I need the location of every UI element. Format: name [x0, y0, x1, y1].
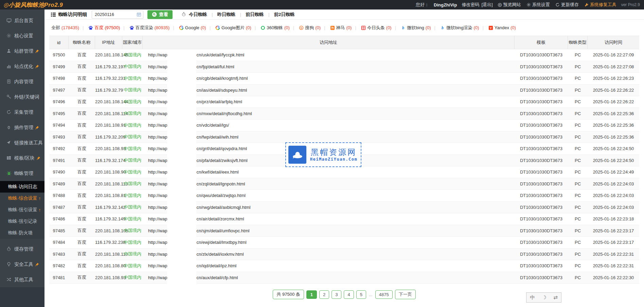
- sidebar-item-label: 安全工具: [14, 261, 33, 268]
- sidebar-item-cache[interactable]: 缓存管理: [0, 241, 44, 257]
- sidebar-item-core-settings[interactable]: 核心设置: [0, 28, 44, 43]
- filter-bing-render[interactable]: b微软bing渲染(0): [431, 25, 479, 31]
- filter-baidu-render[interactable]: 百度渲染(80935): [120, 25, 169, 31]
- table-row: 97481百度220.181.108.93中国境内http://wapcn/au…: [49, 272, 639, 284]
- sidebar-item-collect[interactable]: 采集管理: [0, 105, 44, 120]
- table-row: 97485百度220.181.108.105中国境内http://wapcn/s…: [49, 225, 639, 237]
- sidebar-item-content[interactable]: 内容管理: [0, 74, 44, 89]
- url-censor-mask: [167, 84, 196, 96]
- sidebar-subitem-force-settings[interactable]: 蜘蛛·强引设置↑: [0, 204, 44, 216]
- page-button-5[interactable]: 5: [356, 290, 366, 299]
- toolbar-tab-1[interactable]: 昨日蜘蛛: [207, 12, 236, 18]
- sidebar-item-home[interactable]: 后台首页: [0, 13, 44, 28]
- ip-address: 220.181.108.145: [95, 52, 122, 57]
- system-settings-link[interactable]: 系统设置: [526, 2, 550, 8]
- filter-sogou[interactable]: S搜狗(0): [290, 25, 321, 31]
- sidebar-item-label: 蜘蛛管理: [14, 170, 33, 177]
- page-button-3[interactable]: 3: [332, 290, 341, 299]
- date-input[interactable]: [92, 11, 143, 19]
- sidebar-subitem-firewall[interactable]: 蜘蛛·防火墙: [0, 227, 44, 239]
- url-censor-mask: [167, 248, 196, 260]
- link-label: 更新缓存: [561, 2, 579, 8]
- url-censor-mask: [167, 73, 196, 85]
- url-tail: cn/fjq/detail/ful.html: [196, 64, 234, 69]
- visit-url: http://wapcn/vdc/detail/lgs/: [143, 123, 515, 128]
- filter-yandex[interactable]: YYandex(0): [479, 25, 516, 30]
- filter-toutiao[interactable]: 今日头条(0): [352, 25, 391, 31]
- spider-name: 百度: [69, 110, 95, 116]
- sidebar-item-site-seo[interactable]: 站点优化: [0, 59, 44, 74]
- subitem-label: 蜘蛛·防火墙: [8, 230, 33, 236]
- update-cache-link[interactable]: 更新缓存: [555, 2, 579, 8]
- page-button-4875[interactable]: 4875: [375, 290, 393, 299]
- page-button-2[interactable]: 2: [319, 290, 329, 299]
- sidebar-item-site-group[interactable]: 站群管理: [0, 43, 44, 59]
- ime-halfmoon-icon[interactable]: ☽: [542, 294, 546, 301]
- ip-address: 116.179.32.238: [95, 240, 122, 245]
- sidebar-item-label: 其他工具: [14, 277, 33, 283]
- sidebar-item-other-tools[interactable]: 其他工具: [0, 272, 44, 287]
- logout-link[interactable]: [退出]: [481, 2, 493, 8]
- ime-language-bar[interactable]: 中 ☽ ⇄: [526, 292, 561, 303]
- sidebar-subitem-general-settings[interactable]: 蜘蛛·综合设置↑: [0, 193, 44, 204]
- url-tail: cn/zlx/detail/ioxkmv.html: [196, 252, 244, 257]
- google-icon: [179, 25, 184, 30]
- filter-so360[interactable]: 360蜘蛛(0): [251, 25, 290, 31]
- toolbar-tab-0[interactable]: 今日蜘蛛: [189, 12, 207, 18]
- table-row: 97499百度116.179.32.197中国境内http://wapcn/fj…: [49, 61, 639, 73]
- up-arrow-icon: ↑: [39, 207, 41, 213]
- template-name: DT1030/1030DT3673: [515, 158, 568, 163]
- page-button-4[interactable]: 4: [344, 290, 354, 299]
- ime-switch-icon[interactable]: ⇄: [553, 294, 558, 301]
- filter-google[interactable]: Google(0): [169, 25, 206, 30]
- url-censor-mask: [167, 143, 196, 155]
- url-tail: cn/vdc/detail/lgs/: [196, 123, 229, 128]
- filter-count: (80935): [155, 25, 170, 30]
- plug-icon: [6, 125, 12, 130]
- visit-time: 2025-01-16 22:24:50: [588, 158, 639, 163]
- view-button[interactable]: 查看: [147, 10, 173, 19]
- ip-address: 116.179.32.149: [95, 216, 122, 221]
- filter-label: 神马: [336, 25, 345, 31]
- visit-time: 2025-01-16 22:26:22: [588, 99, 639, 104]
- sidebar-item-spider[interactable]: 蜘蛛管理: [0, 166, 44, 181]
- next-page-button[interactable]: 下一页: [395, 290, 416, 299]
- filter-bing[interactable]: b微软bing(0): [392, 25, 431, 31]
- filter-label: 全部: [51, 25, 60, 31]
- username[interactable]: DingZhiVip: [434, 2, 457, 7]
- preview-site-link[interactable]: 预览网站: [498, 2, 521, 8]
- sidebar-item-security-tools[interactable]: 安全工具: [0, 257, 44, 272]
- filter-shenma[interactable]: 神马(0): [321, 25, 352, 31]
- row-id: 97493: [49, 134, 69, 140]
- calendar-icon[interactable]: [137, 12, 141, 17]
- visit-time: 2025-01-16 22:25:36: [588, 134, 639, 140]
- system-repair-tool-link[interactable]: 系统修复工具: [584, 2, 616, 8]
- baidu-icon: [129, 25, 134, 30]
- ime-mode-indicator[interactable]: 中: [530, 294, 535, 301]
- filter-google-image[interactable]: Google图片(0): [206, 25, 251, 31]
- spider-name: 百度: [69, 122, 95, 128]
- filter-baidu[interactable]: 百度(97500): [79, 25, 120, 31]
- change-password-link[interactable]: 修改密码: [462, 2, 479, 8]
- filter-label: Google图片: [221, 25, 245, 31]
- toolbar-tab-2[interactable]: 前日蜘蛛: [236, 12, 264, 18]
- magnifier-icon: [152, 12, 157, 17]
- sidebar-item-link-push-tool[interactable]: 链接推送工具: [0, 135, 44, 150]
- sidebar-item-plugins[interactable]: 插件管理: [0, 120, 44, 135]
- page-button-1[interactable]: 1: [306, 290, 317, 299]
- link-label: 预览网站: [503, 2, 521, 8]
- spider-name: 百度: [69, 169, 95, 175]
- sidebar-subitem-visit-log[interactable]: 蜘蛛·访问日志: [0, 181, 44, 193]
- so360-icon: [261, 25, 265, 30]
- sidebar-subitem-force-records[interactable]: 蜘蛛·强引记录: [0, 216, 44, 227]
- row-id: 97482: [49, 263, 69, 268]
- url-censor-mask: [167, 108, 196, 120]
- spider-type: PC: [568, 146, 588, 151]
- topbar-right: 您好： DingZhiVip 修改密码 [退出] 预览网站系统设置更新缓存系统修…: [416, 2, 640, 8]
- region-label: 中国境内: [122, 263, 143, 269]
- toolbar-tab-3[interactable]: 前2日蜘蛛: [264, 12, 295, 18]
- sidebar-item-template-blocks[interactable]: 模板/区块: [0, 150, 44, 166]
- filter-all[interactable]: 全部(178435): [51, 25, 79, 31]
- column-header-7: 访问时间: [588, 36, 639, 49]
- sidebar-item-links-keywords[interactable]: 外链/关键词: [0, 89, 44, 105]
